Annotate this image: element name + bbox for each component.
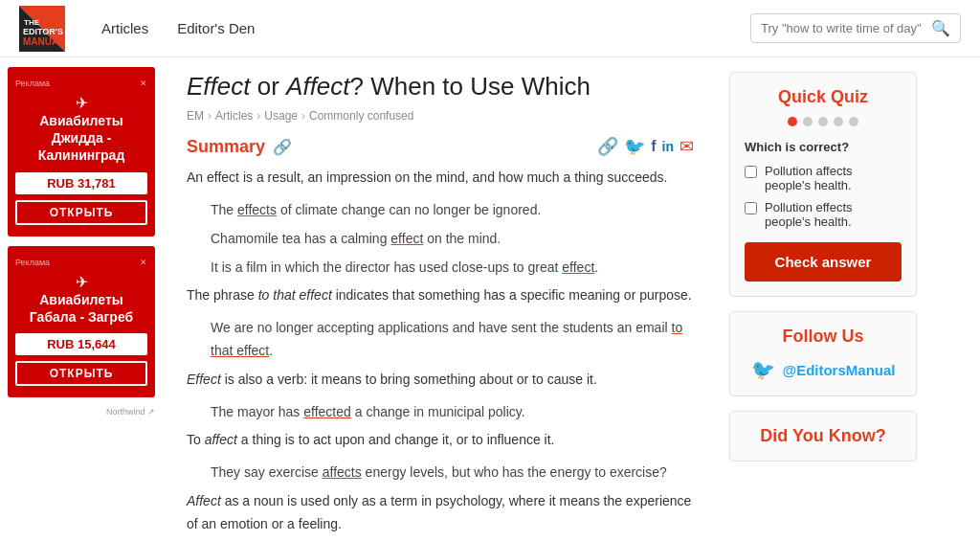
dot-4 [834,117,843,126]
share-email-icon[interactable]: ✉ [679,136,694,157]
article-body: An effect is a result, an impression on … [187,167,694,535]
quiz-option-1: Pollution affects people's health. [745,164,902,192]
para-3: Effect is also a verb: it means to bring… [187,369,694,392]
twitter-follow[interactable]: 🐦 @EditorsManual [745,358,902,381]
ad-icon-1: ✈ [15,94,147,112]
dot-2 [803,117,813,126]
share-twitter-icon[interactable]: 🐦 [624,136,645,157]
dot-3 [818,117,828,126]
svg-text:THE: THE [24,18,40,27]
breadcrumb-articles[interactable]: Articles [215,109,253,123]
logo[interactable]: THE EDITOR'S MANUAL [19,6,73,52]
title-effect: Effect [187,72,250,101]
summary-link-icon[interactable]: 🔗 [273,138,292,156]
ad-price-2: RUB 15,644 [15,333,147,355]
ad-title-2: Авиабилеты Габала - Загреб [15,291,147,326]
example-4: We are no longer accepting applications … [211,317,694,363]
para-2: The phrase to that effect indicates that… [187,284,694,307]
dot-5 [849,117,858,126]
breadcrumb-em[interactable]: EM [187,109,204,123]
svg-text:MANUAL: MANUAL [23,36,64,47]
ad-block-2: Реклама ✕ ✈ Авиабилеты Габала - Загреб R… [8,246,155,397]
follow-box: Follow Us 🐦 @EditorsManual [729,311,917,396]
quiz-checkbox-1[interactable] [745,166,757,178]
nav-editors-den[interactable]: Editor's Den [177,20,255,36]
nav-articles[interactable]: Articles [101,20,148,36]
main-nav: Articles Editor's Den [101,20,750,36]
quiz-dots [745,117,902,126]
ad-title-1: Авиабилеты Джидда - Калининград [15,112,147,165]
quiz-title: Quick Quiz [745,87,902,107]
right-sidebar: Quick Quiz Which is correct? Pollution a… [718,57,928,541]
quiz-option-2: Pollution effects people's health. [745,200,902,229]
example-5: The mayor has effected a change in munic… [211,401,694,424]
quiz-option-label-1: Pollution affects people's health. [765,164,902,192]
ad-label-1: Реклама ✕ [15,79,147,88]
ad-btn-1[interactable]: ОТКРЫТЬ [15,200,147,225]
example-2: Chamomile tea has a calming effect on th… [211,228,694,251]
quiz-checkbox-2[interactable] [745,202,757,214]
breadcrumb-commonly-confused[interactable]: Commonly confused [309,109,413,123]
search-box: 🔍 [750,13,961,43]
did-you-know-box: Did You Know? [729,411,917,462]
quiz-option-label-2: Pollution effects people's health. [765,200,902,229]
article-title: Effect or Affect? When to Use Which [187,72,694,101]
twitter-icon: 🐦 [751,358,775,381]
header: THE EDITOR'S MANUAL Articles Editor's De… [0,0,980,57]
share-icons: 🔗 🐦 f in ✉ [597,136,694,157]
breadcrumb: EM › Articles › Usage › Commonly confuse… [187,109,694,123]
summary-title: Summary 🔗 [187,137,292,157]
para-4: To affect a thing is to act upon and cha… [187,429,694,452]
follow-title: Follow Us [745,327,902,347]
search-input[interactable] [761,21,931,35]
title-affect: Affect [286,72,349,101]
example-1: The effects of climate change can no lon… [211,199,694,222]
summary-header: Summary 🔗 🔗 🐦 f in ✉ [187,136,694,157]
logo-icon: THE EDITOR'S MANUAL [19,6,65,52]
ad-icon-2: ✈ [15,273,147,291]
search-button[interactable]: 🔍 [931,19,950,37]
main-container: Реклама ✕ ✈ Авиабилеты Джидда - Калининг… [0,57,980,541]
para-1: An effect is a result, an impression on … [187,167,694,190]
example-6: They say exercise affects energy levels,… [211,462,694,485]
dot-1 [788,117,797,126]
quiz-box: Quick Quiz Which is correct? Pollution a… [729,72,917,297]
quiz-question: Which is correct? [745,140,902,154]
main-content: Effect or Affect? When to Use Which EM ›… [163,57,718,541]
example-3: It is a film in which the director has u… [211,257,694,280]
twitter-handle: @EditorsManual [783,362,896,378]
ad-btn-2[interactable]: ОТКРЫТЬ [15,361,147,386]
para-5: Affect as a noun is used only as a term … [187,490,694,536]
ad-label-2: Реклама ✕ [15,258,147,267]
share-link-icon[interactable]: 🔗 [597,136,618,157]
share-linkedin-icon[interactable]: in [662,139,674,154]
share-facebook-icon[interactable]: f [651,138,656,155]
ad-footer: Northwind ↗ [8,407,155,417]
ad-block-1: Реклама ✕ ✈ Авиабилеты Джидда - Калининг… [8,67,155,237]
left-sidebar: Реклама ✕ ✈ Авиабилеты Джидда - Калининг… [0,57,163,541]
check-answer-button[interactable]: Check answer [745,242,902,282]
svg-text:EDITOR'S: EDITOR'S [23,27,63,36]
ad-price-1: RUB 31,781 [15,172,147,194]
breadcrumb-usage[interactable]: Usage [264,109,298,123]
did-you-know-title: Did You Know? [745,426,902,446]
